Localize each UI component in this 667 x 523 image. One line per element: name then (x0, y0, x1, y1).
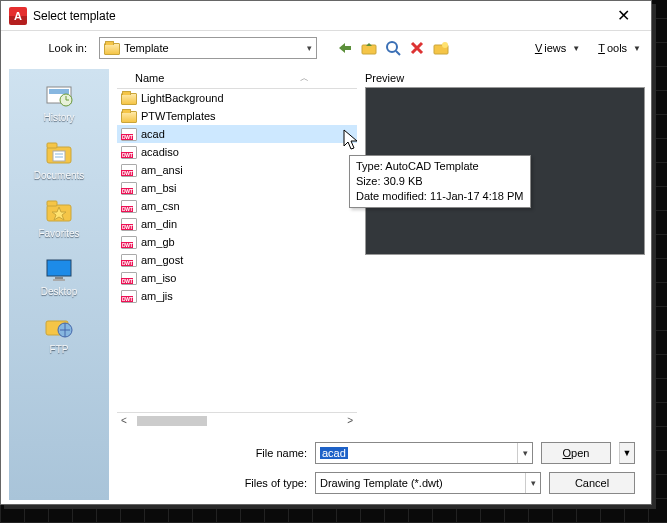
folder-icon (121, 111, 137, 123)
dwt-file-icon (121, 254, 137, 267)
file-row[interactable]: LightBackground (117, 89, 357, 107)
history-icon (43, 81, 75, 109)
file-row[interactable]: am_din (117, 215, 357, 233)
file-row[interactable]: am_iso (117, 269, 357, 287)
file-row[interactable]: am_jis (117, 287, 357, 305)
file-list-panel: Name ︿ LightBackgroundPTWTemplatesacadac… (117, 69, 357, 428)
select-template-dialog: A Select template ✕ Look in: Template ▾ … (0, 0, 652, 505)
chevron-down-icon: ▼ (572, 44, 580, 53)
file-name: LightBackground (141, 92, 224, 104)
file-tooltip: Type: AutoCAD Template Size: 30.9 KB Dat… (349, 155, 531, 208)
file-name: am_bsi (141, 182, 176, 194)
dwt-file-icon (121, 236, 137, 249)
horizontal-scrollbar[interactable]: < > (117, 412, 357, 428)
chevron-down-icon: ▼ (633, 44, 641, 53)
file-row[interactable]: am_ansi (117, 161, 357, 179)
svg-rect-10 (47, 143, 57, 148)
dwt-file-icon (121, 182, 137, 195)
folder-icon (104, 42, 120, 55)
svg-rect-17 (55, 277, 63, 279)
file-name: acadiso (141, 146, 179, 158)
svg-rect-16 (47, 260, 71, 276)
dwt-file-icon (121, 290, 137, 303)
sort-indicator-icon: ︿ (300, 72, 349, 85)
file-name: PTWTemplates (141, 110, 216, 122)
search-web-button[interactable] (383, 38, 403, 58)
toolbar-buttons (335, 38, 451, 58)
desktop-icon (43, 255, 75, 283)
svg-rect-0 (344, 46, 351, 50)
sidebar-item-history[interactable]: History (9, 77, 109, 133)
file-name: acad (141, 128, 165, 140)
file-row[interactable]: PTWTemplates (117, 107, 357, 125)
open-button[interactable]: Open (541, 442, 611, 464)
bottom-form: File name: acad ▾ Open ▼ Files of type: … (117, 428, 645, 504)
dwt-file-icon (121, 146, 137, 159)
lookin-label: Look in: (9, 42, 93, 54)
views-menu[interactable]: Views▼ (533, 42, 582, 54)
open-dropdown[interactable]: ▼ (619, 442, 635, 464)
sidebar-item-desktop[interactable]: Desktop (9, 251, 109, 307)
file-row[interactable]: acadiso (117, 143, 357, 161)
ftp-icon (43, 313, 75, 341)
preview-panel: Preview (365, 69, 645, 428)
lookin-combo[interactable]: Template ▾ (99, 37, 317, 59)
dwt-file-icon (121, 272, 137, 285)
delete-button[interactable] (407, 38, 427, 58)
file-row[interactable]: am_gost (117, 251, 357, 269)
filename-value: acad (320, 447, 348, 459)
file-name: am_jis (141, 290, 173, 302)
window-title: Select template (33, 9, 603, 23)
svg-rect-15 (47, 201, 57, 206)
dwt-file-icon (121, 128, 137, 141)
svg-line-3 (396, 51, 400, 55)
file-row[interactable]: am_gb (117, 233, 357, 251)
file-name: am_ansi (141, 164, 183, 176)
svg-point-2 (387, 42, 397, 52)
autocad-app-icon: A (9, 7, 27, 25)
folder-icon (121, 93, 137, 105)
file-row[interactable]: am_csn (117, 197, 357, 215)
filename-input[interactable]: acad ▾ (315, 442, 533, 464)
chevron-down-icon[interactable]: ▾ (525, 473, 536, 493)
sidebar-item-favorites[interactable]: Favorites (9, 193, 109, 249)
tooltip-date: Date modified: 11-Jan-17 4:18 PM (356, 189, 524, 204)
filetype-label: Files of type: (117, 477, 307, 489)
sidebar-item-documents[interactable]: Documents (9, 135, 109, 191)
file-row[interactable]: am_bsi (117, 179, 357, 197)
column-header-name[interactable]: Name ︿ (117, 69, 357, 89)
chevron-down-icon[interactable]: ▾ (517, 443, 528, 463)
scroll-thumb[interactable] (137, 416, 207, 426)
svg-point-5 (442, 42, 448, 48)
dwt-file-icon (121, 200, 137, 213)
back-button[interactable] (335, 38, 355, 58)
cancel-button[interactable]: Cancel (549, 472, 635, 494)
filetype-value: Drawing Template (*.dwt) (320, 477, 443, 489)
svg-rect-7 (49, 89, 69, 94)
filetype-combo[interactable]: Drawing Template (*.dwt) ▾ (315, 472, 541, 494)
new-folder-button[interactable] (431, 38, 451, 58)
tooltip-size: Size: 30.9 KB (356, 174, 524, 189)
file-list[interactable]: LightBackgroundPTWTemplatesacadacadisoam… (117, 89, 357, 408)
filename-label: File name: (117, 447, 307, 459)
documents-icon (43, 139, 75, 167)
favorites-icon (43, 197, 75, 225)
lookin-value: Template (124, 42, 169, 54)
svg-rect-1 (362, 45, 376, 54)
svg-rect-18 (53, 279, 65, 281)
close-button[interactable]: ✕ (603, 6, 643, 25)
sidebar-item-ftp[interactable]: FTP (9, 309, 109, 365)
scroll-left-icon[interactable]: < (121, 415, 127, 426)
up-folder-button[interactable] (359, 38, 379, 58)
file-name: am_csn (141, 200, 180, 212)
file-name: am_din (141, 218, 177, 230)
tools-menu[interactable]: Tools▼ (596, 42, 643, 54)
tooltip-type: Type: AutoCAD Template (356, 159, 524, 174)
dwt-file-icon (121, 218, 137, 231)
file-row[interactable]: acad (117, 125, 357, 143)
svg-rect-11 (53, 151, 65, 161)
dwt-file-icon (121, 164, 137, 177)
titlebar: A Select template ✕ (1, 1, 651, 31)
preview-label: Preview (365, 69, 645, 87)
scroll-right-icon[interactable]: > (347, 415, 353, 426)
